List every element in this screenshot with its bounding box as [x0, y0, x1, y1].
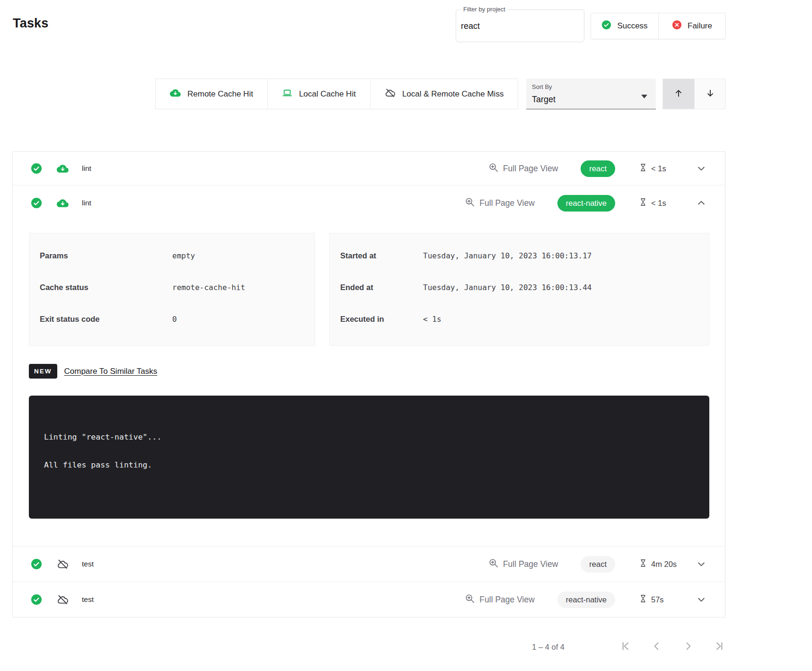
cache-filter-label: Local & Remote Cache Miss	[402, 89, 503, 99]
full-page-view-link[interactable]: Full Page View	[465, 197, 534, 209]
previous-page-button[interactable]	[651, 641, 662, 653]
task-details: Params empty Cache status remote-cache-h…	[13, 221, 725, 346]
task-name: lint	[82, 199, 91, 207]
project-badge: react	[581, 160, 615, 177]
sort-by-select[interactable]: Sort By Target	[526, 79, 656, 109]
status-success-icon	[31, 163, 42, 174]
detail-label: Exit status code	[40, 315, 172, 324]
detail-value: empty	[172, 251, 195, 260]
laptop-icon	[282, 88, 292, 100]
project-badge: react-native	[557, 592, 615, 608]
task-list: lint Full Page View react < 1s	[12, 151, 725, 618]
chevron-left-icon	[651, 641, 662, 653]
status-success-icon	[31, 197, 42, 209]
failure-filter-button[interactable]: Failure	[658, 13, 725, 39]
details-panel-right: Started at Tuesday, January 10, 2023 16:…	[329, 233, 709, 346]
detail-value: Tuesday, January 10, 2023 16:00:13.17	[423, 251, 591, 260]
next-page-button[interactable]	[683, 641, 694, 653]
task-duration: < 1s	[651, 199, 666, 208]
detail-label: Started at	[340, 251, 423, 260]
sort-by-value: Target	[532, 95, 556, 105]
sort-by-label: Sort By	[532, 83, 552, 90]
full-page-view-link[interactable]: Full Page View	[489, 163, 558, 175]
zoom-in-icon	[465, 197, 475, 209]
sort-direction-group	[662, 79, 726, 109]
cache-miss-icon	[56, 558, 69, 570]
page-title: Tasks	[13, 16, 49, 31]
cache-filter-group: Remote Cache Hit Local Cache Hit Local &…	[155, 79, 518, 109]
compare-similar-tasks-link[interactable]: Compare To Similar Tasks	[64, 367, 158, 376]
zoom-in-icon	[489, 558, 498, 570]
task-duration: 4m 20s	[651, 560, 677, 569]
hourglass-icon	[640, 559, 646, 569]
full-page-view-label: Full Page View	[503, 164, 558, 174]
task-row[interactable]: lint Full Page View react < 1s	[13, 152, 725, 185]
chevron-right-icon	[683, 641, 694, 653]
detail-label: Ended at	[340, 283, 423, 292]
task-name: test	[82, 560, 94, 568]
hourglass-icon	[640, 163, 646, 174]
hourglass-icon	[640, 198, 646, 208]
expand-chevron-down-icon[interactable]	[697, 164, 706, 173]
sort-descending-button[interactable]	[694, 79, 725, 109]
expand-chevron-down-icon[interactable]	[697, 595, 706, 604]
pagination: 1 – 4 of 4	[12, 633, 725, 661]
task-duration: 57s	[651, 595, 664, 604]
cloud-off-icon	[385, 88, 396, 101]
project-badge: react-native	[557, 195, 615, 212]
full-page-view-label: Full Page View	[503, 559, 558, 569]
full-page-view-label: Full Page View	[479, 198, 534, 208]
detail-label: Executed in	[340, 315, 423, 324]
last-page-button[interactable]	[715, 641, 725, 653]
check-circle-icon	[601, 20, 611, 32]
project-filter-field[interactable]: Filter by project	[456, 9, 584, 42]
detail-value: 0	[172, 315, 177, 324]
collapse-chevron-up-icon[interactable]	[697, 198, 706, 208]
cache-filter-local-hit-button[interactable]: Local Cache Hit	[267, 79, 370, 109]
cache-filter-miss-button[interactable]: Local & Remote Cache Miss	[370, 79, 518, 109]
status-success-icon	[31, 558, 42, 570]
cache-miss-icon	[56, 594, 69, 606]
terminal-line: All files pass linting.	[44, 460, 695, 469]
cache-filter-label: Remote Cache Hit	[187, 89, 253, 99]
cache-remote-hit-icon	[56, 197, 69, 209]
task-duration: < 1s	[651, 164, 666, 173]
zoom-in-icon	[465, 594, 475, 606]
arrow-down-icon	[705, 88, 715, 100]
new-badge: NEW	[29, 364, 57, 379]
status-success-icon	[31, 594, 42, 605]
success-filter-label: Success	[617, 21, 647, 31]
expand-chevron-down-icon[interactable]	[697, 559, 706, 569]
cache-filter-label: Local Cache Hit	[299, 89, 356, 99]
status-filter-group: Success Failure	[591, 13, 726, 39]
full-page-view-link[interactable]: Full Page View	[465, 594, 534, 606]
dropdown-arrow-icon	[641, 92, 647, 100]
full-page-view-label: Full Page View	[479, 595, 534, 605]
x-circle-icon	[672, 20, 682, 32]
task-row[interactable]: test Full Page View react-native 57s	[13, 582, 725, 617]
page-range-label: 1 – 4 of 4	[532, 643, 565, 652]
cloud-download-icon	[170, 88, 181, 101]
task-row[interactable]: test Full Page View react 4m 20s	[13, 546, 725, 582]
project-filter-label: Filter by project	[461, 6, 508, 13]
detail-label: Cache status	[40, 283, 172, 292]
hourglass-icon	[640, 594, 646, 605]
project-badge: react	[581, 556, 615, 573]
failure-filter-label: Failure	[688, 21, 712, 31]
sort-ascending-button[interactable]	[663, 79, 694, 109]
task-name: lint	[82, 164, 91, 173]
detail-value: < 1s	[423, 315, 441, 324]
task-row-expanded[interactable]: lint Full Page View react-native < 1s	[13, 185, 725, 519]
task-name: test	[82, 595, 94, 604]
details-panel-left: Params empty Cache status remote-cache-h…	[29, 233, 315, 346]
first-page-button[interactable]	[619, 641, 630, 653]
cache-remote-hit-icon	[56, 163, 69, 175]
project-filter-input[interactable]	[461, 21, 574, 31]
cache-filter-remote-hit-button[interactable]: Remote Cache Hit	[156, 79, 267, 109]
last-page-icon	[715, 641, 725, 653]
zoom-in-icon	[489, 163, 498, 175]
full-page-view-link[interactable]: Full Page View	[489, 558, 558, 570]
success-filter-button[interactable]: Success	[591, 13, 658, 39]
first-page-icon	[619, 641, 630, 653]
detail-label: Params	[40, 251, 172, 260]
